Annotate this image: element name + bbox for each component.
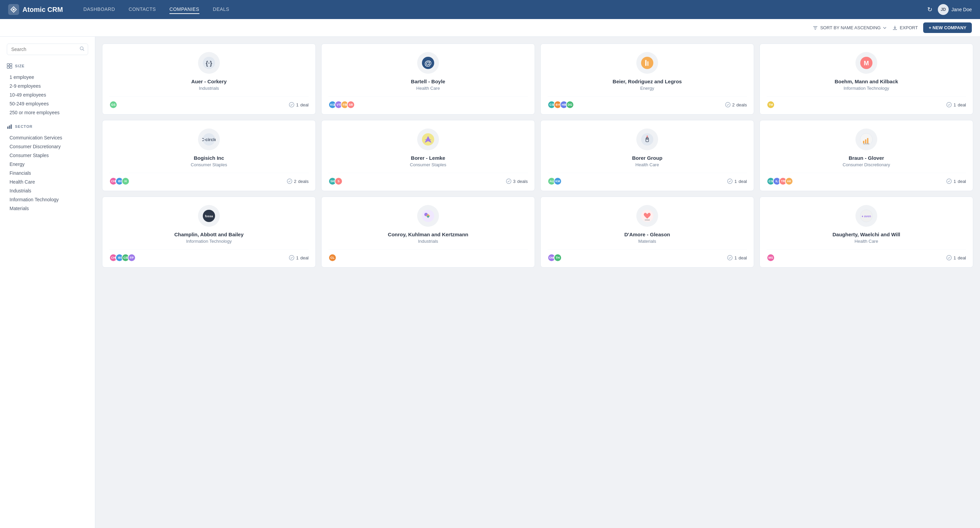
sector-consumer-staples[interactable]: Consumer Staples [7,151,88,160]
sidebar: SIZE 1 employee 2-9 employees 10-49 empl… [0,37,95,528]
svg-text:{·}: {·} [205,60,212,67]
sector-financials[interactable]: Financials [7,169,88,178]
contact-avatar: SB [347,101,355,109]
company-logo [417,128,439,150]
sector-health[interactable]: Health Care [7,178,88,186]
avatar-group: CHIBCEFP [109,254,136,262]
logo-icon [8,4,19,15]
search-input[interactable] [7,43,88,55]
company-sector: Energy [640,86,654,91]
svg-rect-21 [645,60,646,66]
avatar-group: OMTH [547,254,562,262]
deal-info: 1 deal [289,102,309,108]
company-card[interactable]: Borer - LemkeConsumer StaplesSKS 3 deals [321,120,535,191]
sector-energy[interactable]: Energy [7,160,88,169]
svg-rect-14 [11,124,12,129]
company-card[interactable]: OXHID'Amore - GleasonMaterialsOMTH 1 dea… [540,197,754,268]
card-footer: KGVTFBSB [328,96,528,109]
size-item-4[interactable]: 50-249 employees [7,99,88,108]
size-filter: SIZE 1 employee 2-9 employees 10-49 empl… [7,63,88,117]
deal-label: deal [738,255,747,260]
deal-label: deals [737,102,747,108]
company-card[interactable]: MBoehm, Mann and KilbackInformation Tech… [759,43,973,114]
sector-materials[interactable]: Materials [7,204,88,213]
deal-icon [946,179,952,184]
sector-infotech[interactable]: Information Technology [7,195,88,204]
sort-label: SORT BY NAME ASCENDING [820,25,881,30]
svg-line-7 [83,50,84,51]
main-layout: SIZE 1 employee 2-9 employees 10-49 empl… [0,37,980,528]
chevron-down-icon [883,26,887,30]
nav-deals[interactable]: DEALS [213,5,229,14]
deal-count: 1 [734,255,737,260]
svg-text:C·circle: C·circle [202,137,216,142]
refresh-button[interactable]: ↻ [927,6,932,13]
company-name: Borer Group [632,155,662,161]
deal-icon [727,179,733,184]
svg-point-6 [80,47,83,50]
new-company-label: + NEW COMPANY [929,25,966,30]
avatar-group: ALKM [547,177,562,185]
company-card[interactable]: ♦ avenDaugherty, Waelchi and WillHealth … [759,197,973,268]
company-logo: @ [417,52,439,74]
svg-text:GARD: GARD [863,143,869,145]
deal-count: 1 [296,102,298,108]
deal-icon [289,255,294,260]
size-item-1[interactable]: 1 employee [7,73,88,82]
export-button[interactable]: EXPORT [892,25,918,30]
avatar-group: KGVTFBSB [328,101,355,109]
nav-companies[interactable]: COMPANIES [169,5,199,14]
deal-label: deal [300,255,309,260]
deal-count: 2 [294,179,296,184]
company-logo [636,128,658,150]
company-card[interactable]: @Bartell - BoyleHealth CareKGVTFBSB [321,43,535,114]
company-card[interactable]: {·}Auer - CorkeryIndustrialsGS 1 deal [102,43,316,114]
deal-label: deal [738,179,747,184]
app-name: Atomic CRM [22,6,63,14]
company-sector: Consumer Staples [410,162,447,167]
deal-count: 1 [296,255,298,260]
company-sector: Information Technology [186,239,232,244]
svg-text:fossa: fossa [205,214,213,218]
sector-consumer-disc[interactable]: Consumer Discretionary [7,142,88,151]
contact-avatar: FP [127,254,136,262]
company-sector: Industrials [418,239,438,244]
company-card[interactable]: Borer GroupHealth CareALKM 1 deal [540,120,754,191]
size-item-5[interactable]: 250 or more employees [7,108,88,117]
new-company-button[interactable]: + NEW COMPANY [923,22,972,33]
deal-info: 1 deal [727,255,747,260]
companies-grid: {·}Auer - CorkeryIndustrialsGS 1 deal @B… [95,37,980,528]
sector-filter-title: SECTOR [7,124,88,129]
sector-communication[interactable]: Communication Services [7,133,88,142]
deal-icon [727,255,733,260]
company-card[interactable]: Beier, Rodriguez and LegrosEnergyCSBYHBD… [540,43,754,114]
card-footer: TM 1 deal [767,96,966,109]
user-name: Jane Doe [951,7,972,12]
company-name: Beier, Rodriguez and Legros [612,79,682,84]
company-sector: Consumer Discretionary [843,162,890,167]
contact-avatar: TM [767,101,775,109]
company-logo [636,52,658,74]
nav-dashboard[interactable]: DASHBOARD [83,5,115,14]
company-name: Daugherty, Waelchi and Will [832,231,900,237]
sort-button[interactable]: SORT BY NAME ASCENDING [813,25,887,30]
deal-label: deals [298,179,309,184]
company-card[interactable]: C·circleBogisich IncConsumer StaplesCHIB… [102,120,316,191]
user-menu[interactable]: JD Jane Doe [938,4,972,15]
size-item-3[interactable]: 10-49 employees [7,90,88,99]
svg-rect-8 [7,63,9,66]
company-sector: Consumer Staples [191,162,227,167]
company-card[interactable]: Conroy, Kuhlman and KertzmannIndustrials… [321,197,535,268]
card-footer: SKS 3 deals [328,173,528,185]
company-card[interactable]: fossaChamplin, Abbott and BaileyInformat… [102,197,316,268]
company-logo: {·} [198,52,220,74]
company-card[interactable]: GARDBraun - GloverConsumer Discretionary… [759,120,973,191]
app-logo[interactable]: Atomic CRM [8,4,63,15]
deal-info: 1 deal [946,179,966,184]
deal-label: deal [958,179,966,184]
deal-label: deal [958,255,966,260]
sector-industrials[interactable]: Industrials [7,186,88,195]
size-item-2[interactable]: 2-9 employees [7,82,88,90]
nav-contacts[interactable]: CONTACTS [129,5,156,14]
company-name: Conroy, Kuhlman and Kertzmann [388,231,468,237]
